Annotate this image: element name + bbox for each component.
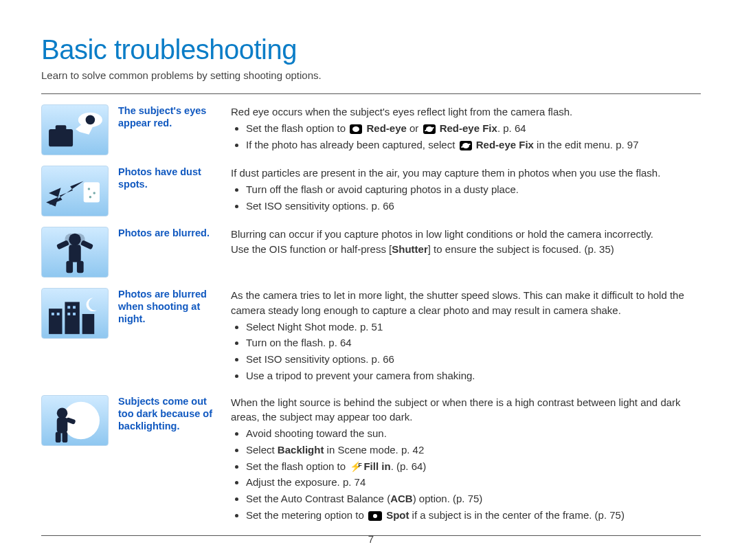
svg-rect-18 [49,309,62,334]
svg-marker-5 [46,188,60,206]
text: ) option. (p. 75) [413,493,483,504]
row-intro: Red eye occurs when the subject's eyes r… [231,104,701,120]
text-bold: Spot [386,509,409,521]
row-desc: As the camera tries to let in more light… [231,288,701,385]
flash-fill-icon [350,462,359,473]
bullet: Set the Auto Contrast Balance (ACB) opti… [246,491,701,506]
svg-point-4 [86,115,95,125]
text: Use the OIS function or half-press [ [231,243,392,255]
svg-rect-24 [73,306,76,309]
red-eye-fix-icon [460,141,472,150]
bullet: Set the metering option to Spot if a sub… [246,508,701,523]
text-bold: Red-eye [366,122,406,134]
svg-rect-22 [57,313,60,315]
row-intro-b: Use the OIS function or half-press [Shut… [231,242,701,257]
svg-rect-21 [52,313,54,315]
svg-rect-23 [67,306,70,309]
bullet: Avoid shooting toward the sun. [246,426,701,441]
text: in the edit menu. p. 97 [534,139,639,150]
svg-rect-20 [82,314,95,334]
svg-rect-32 [63,432,68,443]
row-intro: When the light source is behind the subj… [231,395,701,425]
red-eye-fix-icon [423,124,436,134]
trouble-row: Photos are blurred when shooting at nigh… [41,284,701,392]
svg-rect-0 [49,129,73,146]
text: Set the metering option to [246,509,367,521]
svg-point-7 [88,188,91,190]
row-label: Photos are blurred. [118,227,221,239]
text: . (p. 64) [391,460,427,472]
svg-point-9 [89,196,92,199]
text-bold: Red-eye Fix [476,139,534,150]
thumb-dust [41,166,109,216]
bullet: Turn on the flash. p. 64 [246,335,701,350]
bullet: Select Backlight in Scene mode. p. 42 [246,443,701,458]
svg-rect-29 [57,417,68,433]
thumb-night [41,288,109,339]
thumb-blurred [41,227,109,278]
text: Select [246,444,278,456]
text: in Scene mode. p. 42 [324,444,424,456]
text-bold: ACB [390,493,413,504]
svg-point-17 [65,234,77,246]
trouble-row: Photos have dust spots. If dust particle… [41,162,701,223]
svg-rect-6 [84,182,100,202]
row-intro: If dust particles are present in the air… [231,166,701,181]
trouble-row: The subject's eyes appear red. Red eye o… [41,101,701,162]
svg-rect-15 [77,261,84,273]
row-desc: Blurring can occur if you capture photos… [231,227,701,257]
text-bold: Shutter [392,243,428,255]
text: or [407,122,422,134]
bullet: Set ISO sensitivity options. p. 66 [246,199,701,214]
svg-rect-19 [65,302,79,334]
page-subtitle: Learn to solve common problems by settin… [41,69,701,81]
row-desc: If dust particles are present in the air… [231,166,701,214]
text-bold: Red-eye Fix [440,122,497,134]
page-number: 7 [0,533,742,545]
bullet: Use a tripod to prevent your camera from… [246,368,701,383]
row-label: Photos have dust spots. [118,166,221,190]
row-label: Subjects come out too dark because of ba… [118,395,221,432]
row-label: Photos are blurred when shooting at nigh… [118,288,221,325]
trouble-row: Subjects come out too dark because of ba… [41,392,701,531]
thumb-backlight [41,395,109,446]
trouble-row: Photos are blurred. Blurring can occur i… [41,223,701,284]
bullet: Adjust the exposure. p. 74 [246,475,701,490]
text: Set the flash option to [246,122,348,134]
row-desc: Red eye occurs when the subject's eyes r… [231,104,701,153]
text-bold: Fill in [363,460,390,472]
svg-point-8 [93,192,95,194]
text: Set the Auto Contrast Balance ( [246,493,390,504]
page-title: Basic troubleshooting [41,34,701,65]
svg-rect-31 [56,432,61,443]
svg-rect-14 [66,261,73,273]
svg-rect-25 [67,313,70,315]
svg-rect-26 [73,313,76,315]
text: ] to ensure the subject is focused. (p. … [428,243,614,255]
text: Set the flash option to [246,460,348,472]
spot-metering-icon [368,511,382,521]
thumb-red-eye [41,104,109,155]
bullet: Select Night Shot mode. p. 51 [246,320,701,335]
row-intro: As the camera tries to let in more light… [231,288,701,318]
text: if a subject is in the center of the fra… [409,509,624,521]
red-eye-icon [350,124,362,134]
row-desc: When the light source is behind the subj… [231,395,701,524]
bullet: Set the flash option to Red-eye or Red-e… [246,121,701,136]
row-label: The subject's eyes appear red. [118,104,221,129]
bullet: Turn off the flash or avoid capturing ph… [246,182,701,197]
text-bold: Backlight [278,444,324,456]
row-intro-a: Blurring can occur if you capture photos… [231,227,701,242]
text: If the photo has already been captured, … [246,139,458,150]
svg-rect-1 [56,125,67,131]
svg-point-28 [57,407,68,418]
bullet: If the photo has already been captured, … [246,137,701,153]
text: . p. 64 [497,122,526,134]
bullet: Set the flash option to Fill in. (p. 64) [246,459,701,474]
svg-rect-11 [69,245,81,262]
bullet: Set ISO sensitivity options. p. 66 [246,352,701,367]
top-rule [41,93,701,94]
